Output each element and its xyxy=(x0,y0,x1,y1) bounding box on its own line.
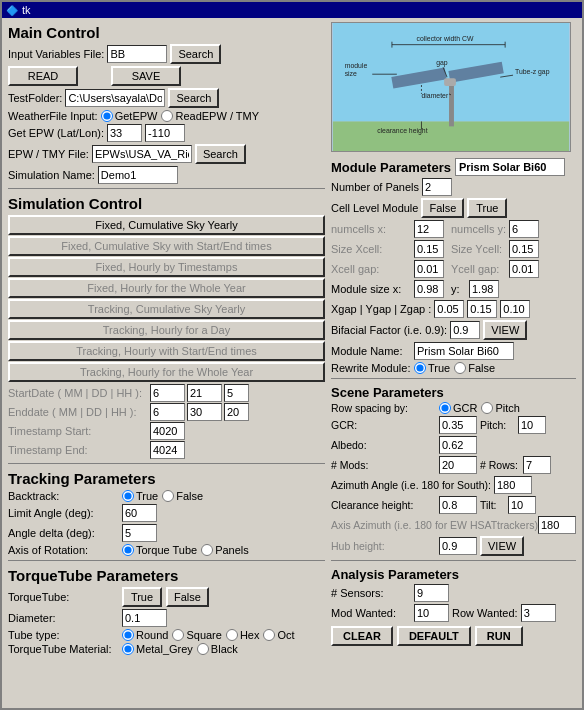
backtrack-false-radio[interactable] xyxy=(162,490,174,502)
numcells-x-label: numcells x: xyxy=(331,223,411,235)
gcr-radio[interactable] xyxy=(439,402,451,414)
lat-field[interactable] xyxy=(107,124,142,142)
start-dd-field[interactable] xyxy=(187,384,222,402)
backtrack-true-radio[interactable] xyxy=(122,490,134,502)
torque-tube-radio[interactable] xyxy=(122,544,134,556)
xcell-gap-label: Xcell gap: xyxy=(331,263,411,275)
sim-name-field[interactable] xyxy=(98,166,178,184)
sim-btn-2[interactable]: Fixed, Hourly by Timestamps xyxy=(8,257,325,277)
ts-start-field[interactable] xyxy=(150,422,185,440)
ts-end-field[interactable] xyxy=(150,441,185,459)
sim-btn-0[interactable]: Fixed, Cumulative Sky Yearly xyxy=(8,215,325,235)
oct-item: Oct xyxy=(263,629,294,641)
row-wanted-field[interactable] xyxy=(521,604,556,622)
black-radio[interactable] xyxy=(197,643,209,655)
end-mm-field[interactable] xyxy=(150,403,185,421)
azimuth-field[interactable] xyxy=(494,476,532,494)
module-params-title: Module Parameters Prism Solar Bi60 xyxy=(331,158,576,176)
module-name-display[interactable]: Prism Solar Bi60 xyxy=(455,158,565,176)
module-size-x-field[interactable] xyxy=(414,280,444,298)
pitch-radio[interactable] xyxy=(481,402,493,414)
limit-angle-field[interactable] xyxy=(122,504,157,522)
sim-btn-5[interactable]: Tracking, Hourly for a Day xyxy=(8,320,325,340)
clearance-label: Clearance height: xyxy=(331,499,436,511)
rewrite-true-radio[interactable] xyxy=(414,362,426,374)
azimuth-label: Azimuth Angle (i.e. 180 for South): xyxy=(331,479,491,491)
backtrack-row: Backtrack: True False xyxy=(8,490,325,502)
round-radio[interactable] xyxy=(122,629,134,641)
size-xcell-field[interactable] xyxy=(414,240,444,258)
sim-btn-1[interactable]: Fixed, Cumulative Sky with Start/End tim… xyxy=(8,236,325,256)
torque-true-button[interactable]: True xyxy=(122,587,162,607)
rewrite-false-radio[interactable] xyxy=(454,362,466,374)
bifacial-field[interactable] xyxy=(450,321,480,339)
torque-false-button[interactable]: False xyxy=(166,587,209,607)
lon-field[interactable] xyxy=(145,124,185,142)
gcr-field[interactable] xyxy=(439,416,477,434)
epw-tmy-label: EPW / TMY File: xyxy=(8,148,89,160)
sim-btn-6[interactable]: Tracking, Hourly with Start/End times xyxy=(8,341,325,361)
square-radio[interactable] xyxy=(172,629,184,641)
pitch-field[interactable] xyxy=(518,416,546,434)
sim-btn-7[interactable]: Tracking, Hourly for the Whole Year xyxy=(8,362,325,382)
test-folder-field[interactable] xyxy=(65,89,165,107)
angle-delta-field[interactable] xyxy=(122,524,157,542)
save-button[interactable]: SAVE xyxy=(111,66,181,86)
sim-btn-3[interactable]: Fixed, Hourly for the Whole Year xyxy=(8,278,325,298)
xgap-field[interactable] xyxy=(434,300,464,318)
hub-height-field[interactable] xyxy=(439,537,477,555)
numcells-x-field[interactable] xyxy=(414,220,444,238)
read-button[interactable]: READ xyxy=(8,66,78,86)
clearance-field[interactable] xyxy=(439,496,477,514)
ygap-field[interactable] xyxy=(467,300,497,318)
readepw-radio[interactable] xyxy=(161,110,173,122)
mods-field[interactable] xyxy=(439,456,477,474)
ycell-gap-field[interactable] xyxy=(509,260,539,278)
right-panel: collector width CW Tube-z gap module siz… xyxy=(331,22,576,659)
oct-radio[interactable] xyxy=(263,629,275,641)
xcell-gap-field[interactable] xyxy=(414,260,444,278)
square-label: Square xyxy=(186,629,221,641)
rewrite-false-item: False xyxy=(454,362,495,374)
cell-false-button[interactable]: False xyxy=(421,198,464,218)
default-button[interactable]: DEFAULT xyxy=(397,626,471,646)
sim-btn-4[interactable]: Tracking, Cumulative Sky Yearly xyxy=(8,299,325,319)
module-size-y-field[interactable] xyxy=(469,280,499,298)
getepw-radio[interactable] xyxy=(101,110,113,122)
search-button-3[interactable]: Search xyxy=(195,144,246,164)
start-hh-field[interactable] xyxy=(224,384,249,402)
numcells-y-field[interactable] xyxy=(509,220,539,238)
module-view-button[interactable]: VIEW xyxy=(483,320,527,340)
hex-radio[interactable] xyxy=(226,629,238,641)
clear-button[interactable]: CLEAR xyxy=(331,626,393,646)
module-name-field[interactable] xyxy=(414,342,514,360)
start-mm-field[interactable] xyxy=(150,384,185,402)
num-panels-field[interactable] xyxy=(422,178,452,196)
input-vars-field[interactable] xyxy=(107,45,167,63)
scene-view-button[interactable]: VIEW xyxy=(480,536,524,556)
rewrite-true-label: True xyxy=(428,362,450,374)
epw-tmy-field[interactable] xyxy=(92,145,192,163)
diameter-field[interactable] xyxy=(122,609,167,627)
run-button[interactable]: RUN xyxy=(475,626,523,646)
clearance-row: Clearance height: Tilt: xyxy=(331,496,576,514)
search-button-1[interactable]: Search xyxy=(170,44,221,64)
metal-grey-radio[interactable] xyxy=(122,643,134,655)
mod-wanted-field[interactable] xyxy=(414,604,449,622)
tilt-field[interactable] xyxy=(508,496,536,514)
end-hh-field[interactable] xyxy=(224,403,249,421)
albedo-field[interactable] xyxy=(439,436,477,454)
xgap-row: Xgap | Ygap | Zgap : xyxy=(331,300,576,318)
start-date-label: StartDate ( MM | DD | HH ): xyxy=(8,387,148,399)
cell-true-button[interactable]: True xyxy=(467,198,507,218)
end-dd-field[interactable] xyxy=(187,403,222,421)
size-ycell-field[interactable] xyxy=(509,240,539,258)
panels-radio[interactable] xyxy=(201,544,213,556)
rows-field[interactable] xyxy=(523,456,551,474)
rewrite-radio-group: True False xyxy=(414,362,495,374)
backtrack-true-label: True xyxy=(136,490,158,502)
axis-azimuth-field[interactable] xyxy=(538,516,576,534)
sensors-field[interactable] xyxy=(414,584,449,602)
search-button-2[interactable]: Search xyxy=(168,88,219,108)
zgap-field[interactable] xyxy=(500,300,530,318)
